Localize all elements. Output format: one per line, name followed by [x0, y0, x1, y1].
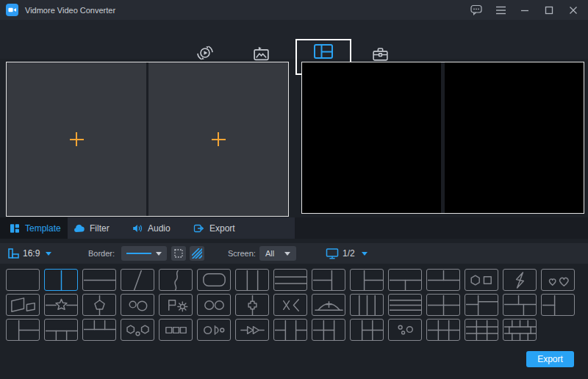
template-icon [10, 223, 20, 234]
tab-template[interactable]: Template [0, 217, 68, 239]
minimize-icon[interactable] [519, 4, 531, 16]
maximize-icon[interactable] [543, 4, 555, 16]
editor-tabbar: Template Filter Audio Export [0, 217, 295, 239]
template-arch-cross[interactable] [312, 294, 345, 316]
collage-icon [313, 43, 334, 60]
template-hex-dot-hex[interactable] [121, 319, 154, 341]
collage-cell-2[interactable] [148, 62, 288, 216]
collage-editor [6, 62, 289, 217]
export-button[interactable]: Export [526, 351, 574, 367]
template-v2[interactable] [44, 269, 78, 291]
template-circle-d-dot[interactable] [197, 319, 231, 341]
aspect-ratio-icon [7, 248, 19, 259]
template-grid [6, 269, 575, 344]
collage-toolbar: 16:9 Border: Screen: All 1/2 [0, 243, 588, 264]
border-line-icon [126, 253, 151, 254]
border-caret-icon [156, 252, 162, 256]
player-bar: 00:00:00.00/00:00:01.00 [295, 217, 588, 239]
aspect-caret-icon[interactable] [46, 252, 51, 256]
close-icon[interactable] [567, 4, 579, 16]
tab-export[interactable]: Export [193, 217, 235, 239]
menu-icon[interactable] [495, 4, 506, 16]
template-grid-2x2[interactable] [426, 294, 460, 316]
tab-filter[interactable]: Filter [74, 217, 110, 239]
template-mixed-top2[interactable] [503, 294, 537, 316]
filter-icon [74, 224, 85, 233]
template-ff-arrows[interactable] [235, 319, 269, 341]
template-x-bracket[interactable] [273, 294, 307, 316]
template-puzzle[interactable] [235, 294, 269, 316]
template-grid-center[interactable] [503, 319, 537, 341]
template-dots[interactable] [388, 319, 422, 341]
template-h2[interactable] [82, 269, 116, 291]
collage-cell-1[interactable] [7, 62, 146, 216]
toolbox-icon [356, 43, 404, 62]
template-mixed-left2[interactable] [465, 294, 498, 316]
template-left1-right2-wide[interactable] [6, 319, 40, 341]
add-video-icon[interactable] [212, 132, 226, 146]
template-hex-square[interactable] [465, 269, 498, 291]
template-circle-pair-small-big[interactable] [121, 294, 154, 316]
template-grid-3x3[interactable] [465, 319, 498, 341]
audio-icon [132, 223, 143, 234]
template-wave[interactable] [159, 269, 193, 291]
mv-icon [237, 43, 285, 62]
screen-select[interactable]: All [259, 246, 296, 261]
template-h4[interactable] [388, 294, 422, 316]
template-left2-big[interactable] [541, 294, 575, 316]
preview-cell-1 [302, 62, 441, 213]
screen-label: Screen: [228, 249, 256, 258]
template-v3[interactable] [235, 269, 269, 291]
template-single[interactable] [6, 269, 40, 291]
template-flag-gear[interactable] [159, 294, 193, 316]
template-rounded-pip[interactable] [197, 269, 231, 291]
template-top3-bottom1[interactable] [82, 319, 116, 341]
template-hearts[interactable] [541, 269, 575, 291]
template-pentagon[interactable] [82, 294, 116, 316]
template-top1-bottom2[interactable] [388, 269, 422, 291]
border-style-select[interactable] [121, 246, 167, 261]
template-grid3-leftmid[interactable] [312, 319, 345, 341]
export-icon [193, 223, 204, 234]
template-grid3-sides[interactable] [273, 319, 307, 341]
template-top1-bottom3[interactable] [44, 319, 78, 341]
aspect-ratio-value[interactable]: 16:9 [23, 248, 40, 259]
feedback-icon[interactable] [470, 4, 482, 16]
window-title: Vidmore Video Converter [25, 6, 115, 15]
template-left2-right1[interactable] [312, 269, 345, 291]
template-quads[interactable] [6, 294, 40, 316]
template-bolt[interactable] [503, 269, 537, 291]
template-three-squares[interactable] [159, 319, 193, 341]
tab-audio[interactable]: Audio [132, 217, 171, 239]
app-logo-icon [6, 4, 18, 16]
template-circle-pair[interactable] [197, 294, 231, 316]
main-nav: Converter MV Collage [0, 20, 588, 59]
screen-value: All [265, 249, 274, 258]
template-v4[interactable] [350, 294, 384, 316]
hatch-fill-button[interactable] [190, 246, 204, 261]
screen-caret-icon [284, 252, 290, 256]
border-label: Border: [88, 249, 115, 258]
converter-icon [179, 43, 231, 62]
add-video-icon[interactable] [70, 132, 84, 146]
preview-panel [301, 62, 584, 214]
template-diagonal[interactable] [121, 269, 154, 291]
template-h3[interactable] [273, 269, 307, 291]
screen-icon [326, 248, 339, 260]
preview-cell-2 [445, 62, 584, 213]
titlebar: Vidmore Video Converter [0, 0, 588, 20]
template-top2-bottom1[interactable] [426, 269, 460, 291]
page-indicator: 1/2 [343, 248, 355, 259]
template-col-plus-grid[interactable] [350, 319, 384, 341]
template-grid-3x2[interactable] [426, 319, 460, 341]
dashed-frame-button[interactable] [171, 246, 186, 261]
template-left1-right2[interactable] [350, 269, 384, 291]
template-star[interactable] [44, 294, 78, 316]
page-caret-icon[interactable] [362, 252, 368, 256]
